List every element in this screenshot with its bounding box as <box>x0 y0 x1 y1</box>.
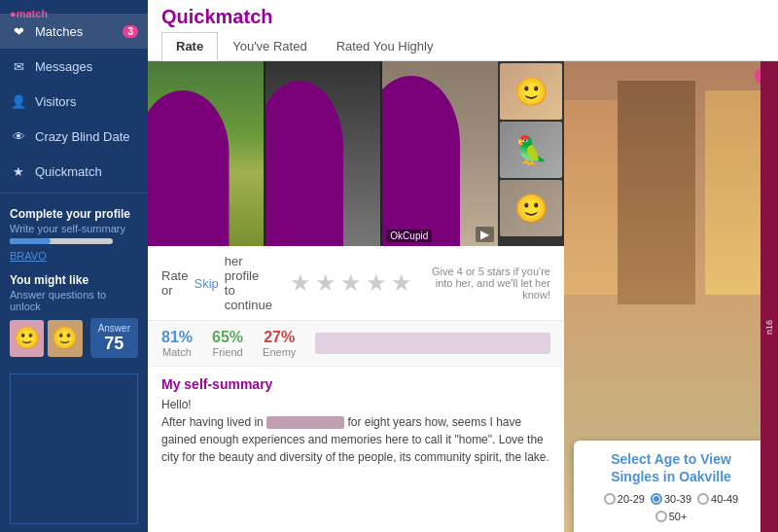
avatar-1[interactable]: 🙂 <box>10 320 44 357</box>
radio-dot-50plus <box>655 511 667 522</box>
center-panel: OkCupid ▶ 🙂 🦜 🙂 <box>148 61 564 532</box>
summary-body: After having lived in for eight years ho… <box>161 413 550 466</box>
profile-link[interactable]: BRAVO <box>10 250 138 262</box>
rating-hint: Give 4 or 5 stars if you're into her, an… <box>412 266 550 301</box>
radio-label-20-29: 20-29 <box>618 493 645 505</box>
sidebar-label-quickmatch: Quickmatch <box>35 164 102 179</box>
skip-link[interactable]: Skip <box>194 276 218 291</box>
envelope-icon: ✉ <box>10 57 27 75</box>
sidebar-label-visitors: Visitors <box>35 94 76 109</box>
ad-popup-title: Select Age to View Singles in Oakville <box>585 450 757 485</box>
tab-rate[interactable]: Rate <box>161 32 218 61</box>
heart-icon: ❤ <box>10 22 27 40</box>
silhouette-1 <box>148 90 229 246</box>
sidebar-ad <box>10 373 138 524</box>
ad-strip-text: n16 <box>764 320 774 335</box>
sidebar-item-visitors[interactable]: 👤 Visitors <box>0 84 148 119</box>
stars-container: ★ ★ ★ ★ ★ <box>290 269 412 297</box>
ad-photo-area: 1 Select Age to View Singles in Oakville… <box>564 61 778 532</box>
stats-row: 81% Match 65% Friend 27% Enemy <box>148 321 564 367</box>
ad-strip: n16 <box>760 61 778 532</box>
tab-rated-you-highly[interactable]: Rated You Highly <box>322 32 448 61</box>
profile-progress-fill <box>10 238 51 244</box>
sidebar: ●match ❤ Matches 3 ✉ Messages 👤 Visitors… <box>0 0 148 532</box>
silhouette-3 <box>382 76 460 246</box>
photo-label: OkCupid <box>386 230 432 242</box>
profile-progress-bar-container <box>10 238 113 244</box>
star-2[interactable]: ★ <box>315 269 336 297</box>
complete-profile-title: Complete your profile <box>10 207 138 221</box>
main-panel: Quickmatch Rate You've Rated Rated You H… <box>148 0 778 532</box>
photo-slot-3[interactable]: OkCupid ▶ <box>382 61 498 246</box>
enemy-pct: 27% <box>263 329 296 346</box>
thumb-face-3: 🙂 <box>500 180 562 236</box>
match-pct: 81% <box>161 329 193 346</box>
radio-20-29[interactable]: 20-29 <box>604 493 645 505</box>
silhouette-2 <box>265 81 344 246</box>
you-might-like-title: You might like <box>10 273 138 287</box>
sidebar-item-messages[interactable]: ✉ Messages <box>0 49 148 84</box>
summary-hello: Hello! <box>161 396 550 413</box>
rating-row: Rate or Skip her profile to continue ★ ★… <box>148 246 564 321</box>
sidebar-item-quickmatch[interactable]: ★ Quickmatch <box>0 154 148 189</box>
main-photos: OkCupid ▶ <box>148 61 498 246</box>
enemy-stat: 27% Enemy <box>263 329 296 358</box>
summary-title: My self-summary <box>161 376 550 392</box>
complete-profile-section: Complete your profile Write your self-su… <box>0 197 148 266</box>
tab-youve-rated[interactable]: You've Rated <box>218 32 321 61</box>
radio-dot-20-29 <box>604 493 616 505</box>
star-5[interactable]: ★ <box>391 269 412 297</box>
avatar-2[interactable]: 🙂 <box>48 320 82 357</box>
avatar-2-face: 🙂 <box>52 326 78 351</box>
side-thumb-1[interactable]: 🙂 <box>500 63 562 120</box>
person-icon: 👤 <box>10 92 27 110</box>
star-4[interactable]: ★ <box>366 269 387 297</box>
sidebar-logo: ●match <box>0 0 148 14</box>
ad-popup-radios: 20-29 30-39 40-49 50+ <box>585 493 757 522</box>
you-might-like-subtitle: Answer questions to unlock <box>10 289 138 312</box>
star-1[interactable]: ★ <box>290 269 311 297</box>
radio-30-39[interactable]: 30-39 <box>651 493 691 505</box>
radio-label-30-39: 30-39 <box>664 493 691 505</box>
photo-slot-1[interactable] <box>148 61 264 246</box>
tabs: Rate You've Rated Rated You Highly <box>161 32 764 60</box>
side-thumb-2[interactable]: 🦜 <box>500 122 562 178</box>
radio-label-50plus: 50+ <box>669 511 688 522</box>
radio-label-40-49: 40-49 <box>711 493 738 505</box>
photo-area: OkCupid ▶ 🙂 🦜 🙂 <box>148 61 564 246</box>
page-header: Quickmatch Rate You've Rated Rated You H… <box>148 0 778 61</box>
ad-person-2 <box>618 81 695 304</box>
radio-dot-30-39 <box>651 493 662 505</box>
sidebar-label-cbd: Crazy Blind Date <box>35 129 130 144</box>
star-icon: ★ <box>10 162 27 180</box>
friend-stat: 65% Friend <box>212 329 243 358</box>
ad-person-1 <box>564 100 622 295</box>
sidebar-item-crazy-blind-date[interactable]: 👁 Crazy Blind Date <box>0 119 148 154</box>
friend-label: Friend <box>212 346 243 358</box>
answer-num: 75 <box>98 334 130 354</box>
star-3[interactable]: ★ <box>340 269 362 297</box>
you-might-like-section: You might like Answer questions to unloc… <box>0 266 148 366</box>
answer-box: Answer 75 <box>90 318 138 358</box>
photo-slot-2[interactable] <box>265 61 381 246</box>
answer-word: Answer <box>98 323 130 334</box>
avatar-1-face: 🙂 <box>14 326 40 351</box>
enemy-label: Enemy <box>263 346 296 358</box>
radio-dot-40-49 <box>697 493 709 505</box>
sidebar-item-matches[interactable]: ❤ Matches 3 <box>0 14 148 49</box>
radio-40-49[interactable]: 40-49 <box>697 493 738 505</box>
friend-pct: 65% <box>212 329 243 346</box>
side-thumb-3[interactable]: 🙂 <box>500 180 562 236</box>
matches-badge: 3 <box>123 25 138 38</box>
radio-50plus[interactable]: 50+ <box>655 511 688 522</box>
profile-text: her profile to continue <box>225 254 272 312</box>
photo-nav-button[interactable]: ▶ <box>476 227 494 242</box>
sidebar-divider-1 <box>0 193 148 194</box>
avatars-row: 🙂 🙂 Answer 75 <box>10 318 138 358</box>
page-title: Quickmatch <box>161 6 764 28</box>
ad-popup: Select Age to View Singles in Oakville 2… <box>574 441 768 532</box>
side-thumbs: 🙂 🦜 🙂 <box>498 61 564 246</box>
summary-area: My self-summary Hello! After having live… <box>148 367 564 532</box>
match-label: Match <box>161 346 193 358</box>
eye-icon: 👁 <box>10 127 27 145</box>
